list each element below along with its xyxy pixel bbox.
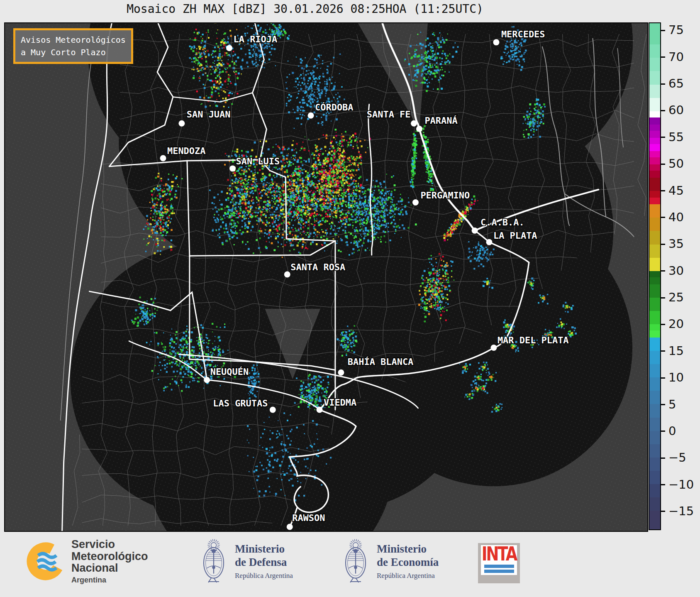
colorbar-segment — [649, 338, 660, 351]
colorbar-segment — [649, 444, 660, 458]
svg-text:MERCEDES: MERCEDES — [501, 29, 545, 39]
colorbar-segment — [649, 44, 660, 58]
colorbar-segment — [649, 125, 660, 131]
smn-name-line3: Nacional — [71, 562, 148, 574]
svg-text:PERGAMINO: PERGAMINO — [420, 190, 470, 201]
colorbar-segment — [649, 330, 660, 338]
economia-line3: República Argentina — [377, 572, 439, 580]
colorbar-segment — [649, 431, 660, 444]
colorbar-segment — [649, 484, 660, 497]
dbz-colorbar — [649, 22, 661, 530]
svg-text:LAS GRUTAS: LAS GRUTAS — [213, 398, 268, 409]
warning-line1: Avisos Meteorológicos — [21, 35, 126, 45]
colorbar-segment — [649, 364, 660, 377]
colorbar-segment — [649, 277, 660, 284]
colorbar-segment — [649, 258, 660, 271]
coat-of-arms-icon — [340, 537, 371, 586]
economia-line2: de Economía — [377, 556, 439, 569]
inta-logo: INTA — [478, 543, 520, 583]
colorbar-segment — [649, 311, 660, 324]
colorbar-segment — [649, 71, 660, 84]
colorbar-segment — [649, 298, 660, 311]
colorbar-segment — [649, 58, 660, 71]
colorbar-segment — [649, 218, 660, 231]
svg-text:MENDOZA: MENDOZA — [167, 146, 205, 156]
svg-text:VIEDMA: VIEDMA — [324, 397, 356, 408]
svg-text:SANTA ROSA: SANTA ROSA — [290, 262, 345, 272]
svg-text:LA RIOJA: LA RIOJA — [234, 34, 278, 44]
smn-logo-icon — [26, 541, 67, 582]
colorbar-segment — [649, 404, 660, 417]
colorbar-segment — [649, 178, 660, 191]
colorbar-segment — [649, 164, 660, 171]
svg-text:LA PLATA: LA PLATA — [493, 230, 537, 241]
product-title: Mosaico ZH MAX [dBZ] 30.01.2026 08:25HOA… — [0, 2, 610, 16]
coat-of-arms-icon — [198, 537, 229, 586]
colorbar-segment — [649, 284, 660, 298]
colorbar-segment — [649, 117, 660, 125]
colorbar-segment — [649, 98, 660, 111]
inta-label: INTA — [482, 544, 517, 565]
inta-bar-icon — [484, 570, 514, 573]
defensa-line3: República Argentina — [235, 572, 293, 580]
svg-text:SAN LUIS: SAN LUIS — [236, 156, 280, 166]
smn-name-line2: Meteorológico — [71, 551, 148, 563]
dbz-colorbar-ticks: 757065605550454035302520151050−5−10−15 — [661, 22, 699, 530]
colorbar-segment — [649, 198, 660, 205]
colorbar-segment — [649, 157, 660, 164]
warning-line2: a Muy Corto Plazo — [21, 47, 106, 57]
colorbar-segment — [649, 111, 660, 117]
colorbar-segment — [649, 471, 660, 484]
radar-mosaic-product: Mosaico ZH MAX [dBZ] 30.01.2026 08:25HOA… — [0, 0, 700, 597]
svg-text:SAN JUAN: SAN JUAN — [187, 109, 231, 120]
colorbar-segment — [649, 245, 660, 258]
colorbar-segment — [649, 458, 660, 471]
colorbar-segment — [649, 324, 660, 330]
svg-text:CÓRDOBA: CÓRDOBA — [315, 102, 353, 113]
economia-line1: Ministerio — [377, 543, 439, 555]
colorbar-segment — [649, 511, 660, 529]
colorbar-segment — [649, 497, 660, 511]
colorbar-segment — [649, 138, 660, 144]
colorbar-segment — [649, 351, 660, 364]
radar-map-canvas: MERCEDESLA RIOJACÓRDOBASAN JUANSANTA FEP… — [5, 23, 647, 531]
radar-map: MERCEDESLA RIOJACÓRDOBASAN JUANSANTA FEP… — [4, 22, 648, 532]
ministerio-defensa-logo: Ministerio de Defensa República Argentin… — [198, 537, 293, 586]
svg-text:NEUQUÉN: NEUQUÉN — [210, 367, 249, 377]
svg-text:RAWSON: RAWSON — [292, 513, 325, 523]
smn-name-line1: Servicio — [71, 538, 148, 551]
smn-name-line4: Argentina — [71, 576, 148, 585]
colorbar-segment — [649, 85, 660, 98]
svg-text:SANTA FE: SANTA FE — [367, 109, 411, 120]
svg-text:PARANÁ: PARANÁ — [424, 115, 457, 126]
colorbar-segment — [649, 418, 660, 431]
svg-text:MAR DEL PLATA: MAR DEL PLATA — [498, 335, 569, 345]
colorbar-segment — [649, 144, 660, 151]
colorbar-segment — [649, 377, 660, 391]
colorbar-segment — [649, 191, 660, 197]
colorbar-segment — [649, 171, 660, 178]
warning-overlay-box[interactable]: Avisos Meteorológicosa Muy Corto Plazo — [13, 28, 133, 64]
ministerio-economia-logo: Ministerio de Economía República Argenti… — [340, 537, 439, 586]
footer: Servicio Meteorológico Nacional Argentin… — [0, 533, 700, 597]
colorbar-segment — [649, 151, 660, 157]
colorbar-segment — [649, 204, 660, 218]
defensa-line1: Ministerio — [235, 543, 293, 555]
svg-text:C.A.B.A.: C.A.B.A. — [480, 217, 524, 228]
smn-logo: Servicio Meteorológico Nacional Argentin… — [26, 538, 148, 585]
svg-text:BAHÍA BLANCA: BAHÍA BLANCA — [348, 357, 413, 367]
defensa-line2: de Defensa — [235, 556, 293, 569]
colorbar-segment — [649, 231, 660, 244]
colorbar-segment — [649, 391, 660, 404]
colorbar-segment — [649, 23, 660, 44]
colorbar-segment — [649, 131, 660, 138]
colorbar-segment — [649, 271, 660, 277]
